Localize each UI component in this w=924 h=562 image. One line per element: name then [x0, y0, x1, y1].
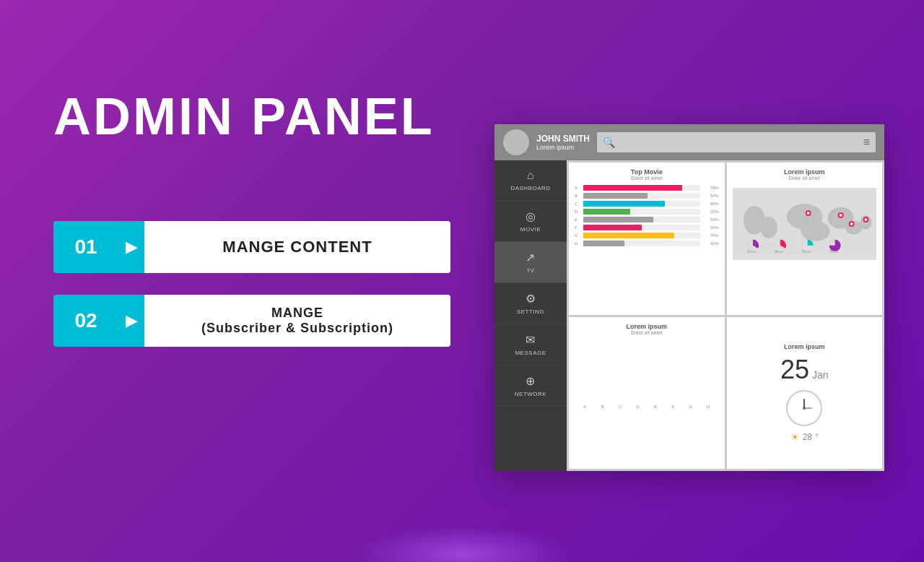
- widget-date: Lorem ipsum 25 Jan ☀ 28 °: [727, 317, 883, 470]
- widget-bar-chart: Lorem ipsum Dolor sit amet ABCDEFGH: [569, 317, 725, 470]
- bar-track: [583, 193, 700, 199]
- bar-fill: [583, 241, 624, 246]
- home-icon: ⌂: [527, 169, 534, 182]
- bar-v-label: D: [630, 405, 645, 409]
- bar-track: [583, 233, 700, 238]
- widget-top-movie-title: Top Movie: [575, 168, 719, 176]
- sidebar-item-movie[interactable]: ◎ MOVIE: [494, 201, 567, 242]
- sidebar-item-tv[interactable]: ↗ TV: [494, 242, 567, 283]
- bar-v-label: A: [578, 405, 592, 409]
- sidebar-item-setting[interactable]: ⚙ SETTING: [494, 283, 567, 324]
- sidebar-item-network[interactable]: ⊕ NETWORK: [494, 366, 567, 407]
- svg-point-9: [806, 212, 809, 215]
- bar-fill: [583, 209, 630, 215]
- bar-label: H: [575, 241, 580, 246]
- bar-label: A: [575, 186, 580, 190]
- widget-map-title: Lorem ipsum: [733, 168, 877, 176]
- bar-v-label: C: [613, 405, 627, 409]
- bar-row: G 75%: [575, 233, 719, 238]
- svg-point-11: [839, 214, 842, 217]
- widget-date-title: Lorem ipsum: [784, 343, 825, 350]
- search-bar[interactable]: 🔍 ≡: [597, 132, 876, 152]
- widget-top-movie-subtitle: Dolor sit amet: [575, 176, 719, 181]
- sidebar-item-message[interactable]: ✉ MESSAGE: [494, 324, 567, 366]
- date-number: 25: [780, 355, 809, 385]
- content-grid: Top Movie Dolor sit amet A 79% B 50% C 6…: [567, 160, 884, 471]
- bar-v-label: H: [701, 405, 715, 409]
- sidebar: ⌂ DASHBOARD ◎ MOVIE ↗ TV ⚙ SETTING ✉ MES…: [494, 160, 567, 471]
- bar-value: 30%: [703, 225, 719, 230]
- date-display: 25 Jan: [780, 355, 829, 385]
- svg-point-13: [850, 222, 853, 225]
- bar-label: E: [575, 217, 580, 222]
- bar-value: 60%: [703, 202, 719, 206]
- menu-icon[interactable]: ≡: [863, 136, 870, 149]
- world-map: 25% 30% 50% 70%: [733, 188, 877, 260]
- feature-arrow-1: ▶: [118, 221, 144, 273]
- bar-track: [583, 185, 700, 191]
- bar-row: H 40%: [575, 241, 719, 246]
- page-title: ADMIN PANEL: [53, 87, 435, 146]
- feature-label-2: MANGE (Subscriber & Subscription): [144, 295, 450, 347]
- widget-bar-title: Lorem ipsum: [575, 323, 719, 330]
- admin-panel-mockup: JOHN SMITH Lorem ipsum 🔍 ≡ ⌂ DASHBOARD ◎…: [494, 124, 884, 471]
- user-subtitle: Lorem ipsum: [536, 144, 590, 151]
- bar-v-label: E: [648, 405, 663, 409]
- widget-map: Lorem ipsum Dolor sit amet: [727, 163, 883, 315]
- bar-value: 75%: [703, 233, 719, 238]
- bar-value: 50%: [703, 194, 719, 198]
- bar-label: F: [575, 225, 580, 230]
- feature-box-2: 02 ▶ MANGE (Subscriber & Subscription): [53, 295, 450, 347]
- bar-fill: [583, 217, 653, 222]
- feature-arrow-2: ▶: [118, 295, 144, 347]
- bar-track: [583, 217, 700, 222]
- bar-chart-horizontal: A 79% B 50% C 60% D 22% E: [575, 185, 719, 246]
- sidebar-item-dashboard[interactable]: ⌂ DASHBOARD: [494, 160, 567, 201]
- weather-row: ☀ 28 °: [790, 431, 819, 443]
- sidebar-label-tv: TV: [526, 267, 534, 274]
- tv-icon: ↗: [526, 251, 536, 264]
- bar-fill: [583, 193, 648, 199]
- bar-v-label: B: [595, 405, 609, 409]
- svg-point-4: [801, 221, 829, 241]
- bar-row: F 30%: [575, 225, 719, 230]
- bar-value: 22%: [703, 209, 719, 214]
- feature-number-1: 01: [53, 221, 118, 273]
- panel-header: JOHN SMITH Lorem ipsum 🔍 ≡: [494, 124, 884, 160]
- bar-row: A 79%: [575, 185, 719, 191]
- bar-label: B: [575, 194, 580, 198]
- bar-label: D: [575, 209, 580, 214]
- bar-fill: [583, 201, 665, 207]
- clock: [785, 389, 823, 427]
- bar-fill: [583, 185, 682, 191]
- bar-row: C 60%: [575, 201, 719, 207]
- bar-value: 40%: [703, 241, 719, 246]
- bar-fill: [583, 233, 674, 238]
- bar-label: C: [575, 202, 580, 206]
- glow-decoration: [354, 526, 570, 562]
- bar-fill: [583, 225, 642, 230]
- search-input[interactable]: [619, 138, 859, 147]
- widget-top-movie: Top Movie Dolor sit amet A 79% B 50% C 6…: [569, 163, 725, 315]
- sidebar-label-message: MESSAGE: [515, 350, 546, 356]
- sun-icon: ☀: [790, 431, 800, 443]
- user-name: JOHN SMITH: [536, 134, 590, 144]
- panel-body: ⌂ DASHBOARD ◎ MOVIE ↗ TV ⚙ SETTING ✉ MES…: [494, 160, 884, 471]
- date-month: Jan: [812, 369, 829, 381]
- widget-bar-subtitle: Dolor sit amet: [575, 330, 719, 335]
- setting-icon: ⚙: [526, 292, 536, 306]
- bar-track: [583, 209, 700, 215]
- temperature: 28: [803, 432, 812, 442]
- network-icon: ⊕: [526, 374, 536, 388]
- bar-v-labels: ABCDEFGH: [575, 405, 719, 409]
- feature-label-1: MANGE CONTENT: [144, 221, 450, 273]
- bar-label: G: [575, 233, 580, 238]
- user-info: JOHN SMITH Lorem ipsum: [536, 134, 590, 151]
- bar-track: [583, 201, 700, 207]
- vertical-bar-chart: [575, 340, 719, 405]
- sidebar-label-movie: MOVIE: [520, 226, 541, 233]
- svg-point-2: [759, 217, 777, 238]
- bar-row: D 22%: [575, 209, 719, 215]
- message-icon: ✉: [526, 333, 536, 347]
- bar-track: [583, 225, 700, 230]
